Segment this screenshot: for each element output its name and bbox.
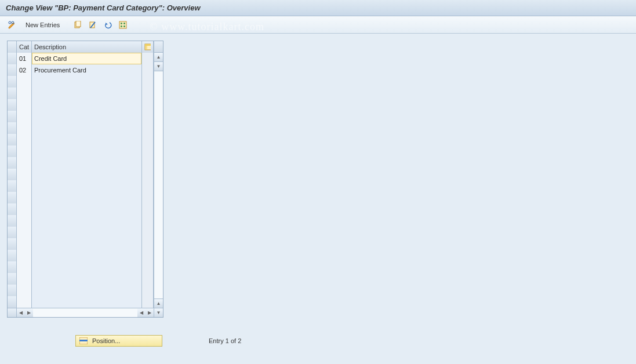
cell-cat[interactable] — [17, 88, 32, 99]
table-row — [8, 192, 154, 203]
cell-description[interactable] — [32, 250, 142, 261]
toggle-change-button[interactable] — [6, 19, 19, 31]
scroll-up-end-button[interactable]: ▲ — [154, 299, 163, 308]
cell-cat[interactable] — [17, 111, 32, 122]
bottom-bar: Position... Entry 1 of 2 — [0, 335, 636, 347]
table-row — [8, 53, 154, 64]
cell-description[interactable] — [32, 122, 142, 134]
table-settings-button[interactable] — [142, 41, 154, 53]
cell-description[interactable] — [32, 192, 142, 203]
cell-description[interactable] — [32, 53, 142, 64]
row-selector[interactable] — [8, 134, 17, 145]
cell-cat[interactable] — [17, 261, 32, 273]
row-selector-header[interactable] — [8, 41, 17, 53]
row-selector[interactable] — [8, 99, 17, 111]
cell-description[interactable] — [32, 261, 142, 273]
hscroll-track[interactable] — [33, 308, 137, 317]
cell-cat[interactable] — [17, 99, 32, 111]
delete-icon — [89, 21, 97, 29]
entry-count-text: Entry 1 of 2 — [209, 337, 241, 344]
delete-button[interactable] — [86, 19, 99, 31]
position-button[interactable]: Position... — [75, 335, 162, 347]
row-selector[interactable] — [8, 169, 17, 180]
row-selector[interactable] — [8, 122, 17, 134]
cell-cat[interactable] — [17, 192, 32, 203]
row-selector[interactable] — [8, 111, 17, 122]
row-selector[interactable] — [8, 192, 17, 203]
cell-description[interactable] — [32, 76, 142, 88]
scroll-left-button[interactable]: ▶ — [25, 308, 33, 317]
cell-description[interactable] — [32, 273, 142, 285]
scroll-right-end-button[interactable]: ▶ — [146, 308, 154, 317]
cell-description[interactable] — [32, 99, 142, 111]
cell-cat[interactable] — [17, 273, 32, 285]
cell-description[interactable] — [32, 64, 142, 76]
row-selector[interactable] — [8, 157, 17, 169]
cell-description[interactable] — [32, 203, 142, 215]
row-selector[interactable] — [8, 261, 17, 273]
table-config-icon — [144, 43, 151, 50]
cell-description[interactable] — [32, 88, 142, 99]
table-row — [8, 134, 154, 145]
cell-description[interactable] — [32, 180, 142, 192]
undo-button[interactable] — [101, 19, 114, 31]
cell-cat[interactable] — [17, 227, 32, 238]
scroll-down-button[interactable]: ▼ — [154, 62, 163, 71]
cell-description[interactable] — [32, 238, 142, 250]
row-selector[interactable] — [8, 88, 17, 99]
cell-description[interactable] — [32, 111, 142, 122]
cell-cat[interactable] — [17, 134, 32, 145]
cat-input[interactable] — [19, 55, 29, 62]
cell-cat[interactable] — [17, 64, 32, 76]
cell-cat[interactable] — [17, 215, 32, 227]
row-selector[interactable] — [8, 203, 17, 215]
row-selector[interactable] — [8, 145, 17, 157]
row-selector[interactable] — [8, 273, 17, 285]
row-selector[interactable] — [8, 285, 17, 296]
row-selector[interactable] — [8, 64, 17, 76]
cell-cat[interactable] — [17, 250, 32, 261]
vscroll-track[interactable] — [154, 71, 163, 299]
cell-description[interactable] — [32, 169, 142, 180]
row-selector[interactable] — [8, 238, 17, 250]
description-input[interactable] — [34, 67, 139, 74]
cell-cat[interactable] — [17, 238, 32, 250]
cell-cat[interactable] — [17, 122, 32, 134]
copy-as-button[interactable] — [71, 19, 84, 31]
row-selector[interactable] — [8, 76, 17, 88]
cell-cat[interactable] — [17, 157, 32, 169]
scroll-right-button[interactable]: ◀ — [137, 308, 146, 317]
cell-description[interactable] — [32, 134, 142, 145]
row-selector[interactable] — [8, 180, 17, 192]
cell-cat[interactable] — [17, 285, 32, 296]
cell-cat[interactable] — [17, 296, 32, 308]
cell-description[interactable] — [32, 296, 142, 308]
scroll-left-start-button[interactable]: ◀ — [17, 308, 25, 317]
cell-description[interactable] — [32, 285, 142, 296]
row-selector[interactable] — [8, 215, 17, 227]
cell-cat[interactable] — [17, 180, 32, 192]
cell-description[interactable] — [32, 215, 142, 227]
table-row — [8, 122, 154, 134]
new-entries-button[interactable]: New Entries — [21, 20, 64, 30]
cell-description[interactable] — [32, 227, 142, 238]
row-selector[interactable] — [8, 53, 17, 64]
scroll-down-end-button[interactable]: ▼ — [154, 308, 163, 317]
table-row — [8, 261, 154, 273]
column-header-description[interactable]: Description — [32, 41, 142, 53]
cell-cat[interactable] — [17, 145, 32, 157]
cell-cat[interactable] — [17, 203, 32, 215]
select-all-button[interactable] — [117, 19, 129, 31]
description-input[interactable] — [34, 55, 139, 62]
row-selector[interactable] — [8, 227, 17, 238]
cat-input[interactable] — [19, 67, 29, 74]
row-selector[interactable] — [8, 296, 17, 308]
cell-cat[interactable] — [17, 76, 32, 88]
cell-description[interactable] — [32, 145, 142, 157]
cell-description[interactable] — [32, 157, 142, 169]
cell-cat[interactable] — [17, 169, 32, 180]
column-header-cat[interactable]: Cat — [17, 41, 32, 53]
row-selector[interactable] — [8, 250, 17, 261]
cell-cat[interactable] — [17, 53, 32, 64]
scroll-up-button[interactable]: ▲ — [154, 53, 163, 62]
